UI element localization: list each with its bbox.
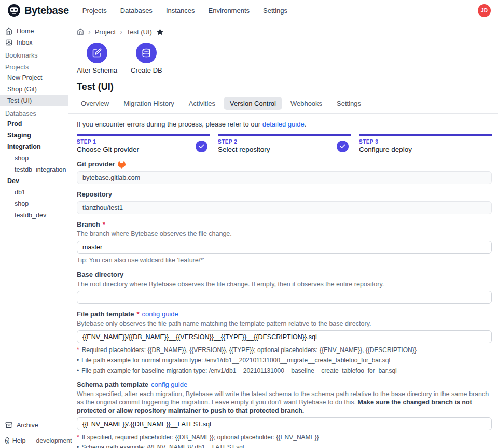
schema-path-template-input[interactable] [77, 417, 492, 430]
error-notice: If you encounter errors during the proce… [77, 120, 492, 128]
schema-path-note-example: • Schema path example: /{{ENV_NAME}}/.db… [77, 444, 492, 448]
sidebar-env-staging[interactable]: Staging [0, 130, 68, 141]
brand-name: Bytebase [24, 5, 69, 17]
file-path-note-example-baseline: • File path example for baseline migrati… [77, 367, 492, 374]
base-directory-input[interactable] [77, 291, 492, 304]
repository-field: Repository [77, 190, 492, 214]
sidebar-db-shop-integration[interactable]: shop [0, 152, 68, 164]
base-directory-description: The root directory where Bytebase observ… [77, 280, 492, 288]
note-marker: * [77, 433, 79, 441]
note-marker: • [77, 367, 79, 374]
favorite-star-icon[interactable] [156, 28, 164, 36]
git-provider-label: Git provider [77, 160, 115, 169]
sidebar-section-projects: Projects [0, 60, 68, 72]
top-navbar: Bytebase Projects Databases Instances En… [0, 0, 498, 21]
sidebar-env-prod[interactable]: Prod [0, 118, 68, 130]
tab-settings[interactable]: Settings [330, 97, 367, 110]
nav-databases[interactable]: Databases [120, 7, 153, 15]
breadcrumb-project[interactable]: Project [95, 28, 116, 36]
sidebar-item-shop-git[interactable]: Shop (Git) [0, 83, 68, 95]
required-marker: * [137, 310, 140, 318]
file-path-template-input[interactable] [77, 330, 492, 343]
sidebar-db-shop-dev[interactable]: shop [0, 198, 68, 209]
create-db-button[interactable]: Create DB [131, 43, 162, 74]
nav-instances[interactable]: Instances [166, 7, 195, 15]
edit-icon [87, 43, 107, 63]
main-panel: › Project › Test (UI) Alter Schema Creat… [68, 21, 498, 448]
nav-environments[interactable]: Environments [209, 7, 250, 15]
schema-path-config-guide-link[interactable]: config guide [151, 381, 187, 389]
file-path-note-required: * Required placeholders: {{DB_NAME}}, {{… [77, 346, 492, 354]
sidebar-archive-label: Archive [17, 422, 38, 429]
step-1-kicker: STEP 1 [77, 139, 139, 145]
home-icon [5, 27, 12, 35]
sidebar-item-inbox[interactable]: Inbox [0, 37, 68, 48]
sidebar-help-row: ? Help development [0, 433, 68, 448]
sidebar-item-new-project[interactable]: New Project [0, 72, 68, 83]
sidebar-db-db1[interactable]: db1 [0, 187, 68, 198]
base-directory-label: Base directory [77, 271, 123, 279]
breadcrumb-separator: › [88, 27, 91, 36]
git-provider-input[interactable] [77, 171, 492, 184]
note-text: File path example for baseline migration… [81, 367, 397, 374]
sidebar-db-testdb-dev[interactable]: testdb_dev [0, 209, 68, 221]
help-icon: ? [5, 437, 9, 444]
step-3: STEP 3 Configure deploy [359, 134, 492, 153]
tab-bar: Overview Migration History Activities Ve… [68, 92, 498, 114]
page-title: Test (UI) [77, 81, 490, 92]
schema-path-template-field: Schema path template config guide When s… [77, 381, 492, 448]
nav-settings[interactable]: Settings [263, 7, 287, 15]
tab-version-control[interactable]: Version Control [224, 97, 282, 110]
file-path-config-guide-link[interactable]: config guide [142, 310, 178, 318]
repository-input[interactable] [77, 201, 492, 214]
breadcrumb-separator: › [120, 27, 122, 36]
breadcrumb-current[interactable]: Test (UI) [127, 28, 152, 36]
repository-label: Repository [77, 190, 112, 199]
alter-schema-button[interactable]: Alter Schema [77, 43, 117, 74]
version-control-panel: If you encounter errors during the proce… [68, 114, 498, 448]
step-3-title: Configure deploy [359, 146, 412, 153]
sidebar-item-home[interactable]: Home [0, 25, 68, 37]
detailed-guide-link[interactable]: detailed guide [262, 120, 305, 128]
user-avatar[interactable]: JD [478, 4, 491, 17]
step-2-kicker: STEP 2 [218, 139, 270, 145]
tab-migration-history[interactable]: Migration History [117, 97, 181, 110]
archive-icon [5, 422, 12, 429]
help-label[interactable]: Help [12, 437, 26, 444]
sidebar-env-dev[interactable]: Dev [0, 175, 68, 187]
tab-webhooks[interactable]: Webhooks [284, 97, 328, 110]
note-text: If specified, required placeholder: {{DB… [82, 433, 319, 441]
sidebar-item-archive[interactable]: Archive [0, 417, 68, 433]
step-2-check-icon [337, 141, 349, 152]
tab-activities[interactable]: Activities [183, 97, 222, 110]
branch-field: Branch * The branch where Bytebase obser… [77, 220, 492, 264]
nav-projects[interactable]: Projects [82, 7, 107, 15]
brand-home-link[interactable]: Bytebase [7, 4, 69, 17]
sidebar-footer: Archive ? Help development [0, 417, 68, 448]
step-1: STEP 1 Choose Git provider [77, 134, 210, 153]
branch-tip: Tip: You can also use wildcard like 'fea… [77, 257, 492, 264]
database-icon [136, 43, 157, 63]
step-3-kicker: STEP 3 [359, 139, 412, 145]
schema-path-template-label: Schema path template [77, 381, 148, 389]
base-directory-field: Base directory The root directory where … [77, 271, 492, 304]
sidebar-item-test-ui[interactable]: Test (UI) [0, 95, 68, 106]
version-label: development [36, 437, 72, 444]
top-nav-links: Projects Databases Instances Environment… [82, 7, 287, 15]
file-path-template-field: File path template * config guide Byteba… [77, 310, 492, 374]
sidebar-section-bookmarks: Bookmarks [0, 48, 68, 60]
breadcrumb-home-icon[interactable] [77, 28, 84, 35]
sidebar: Home Inbox Bookmarks Projects New Projec… [0, 21, 68, 448]
sidebar-env-integration[interactable]: Integration [0, 141, 68, 152]
required-marker: * [103, 220, 105, 229]
step-2: STEP 2 Select repository [218, 134, 351, 153]
breadcrumb: › Project › Test (UI) [68, 21, 498, 36]
sidebar-db-testdb-integration[interactable]: testdb_integration [0, 164, 68, 175]
tab-overview[interactable]: Overview [75, 97, 115, 110]
notice-period: . [305, 120, 307, 128]
note-text: File path example for normal migration t… [81, 357, 390, 364]
note-marker: * [77, 346, 79, 354]
branch-input[interactable] [77, 241, 492, 254]
notice-text: If you encounter errors during the proce… [77, 120, 262, 128]
gitlab-icon [118, 161, 126, 169]
